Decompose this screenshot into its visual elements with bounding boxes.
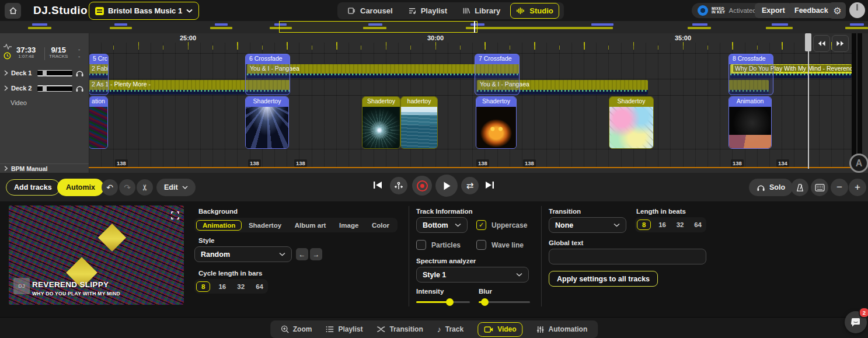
export-button[interactable]: Export [755,3,792,18]
home-button[interactable] [5,3,21,19]
shortcuts-button[interactable] [811,179,828,196]
tempo-automation-line[interactable] [89,167,852,168]
vertical-scrollbar[interactable] [852,33,862,169]
tab-playlist[interactable]: Playlist [326,325,362,333]
chevron-right-icon[interactable] [4,70,8,76]
automix-button[interactable]: Automix [57,179,104,196]
cycle-option-32[interactable]: 32 [234,281,247,292]
loop-button[interactable]: ⇄ [461,177,479,194]
metronome-button[interactable] [791,179,808,196]
timeline[interactable]: 25:00 30:00 35:00 2 Fabio You & I - Pang… [89,33,868,173]
timeline-minimap[interactable] [0,21,868,34]
global-text-input[interactable] [549,249,706,264]
skip-end-icon [484,180,495,190]
tab-track[interactable]: ♪ Track [437,325,463,334]
video-clip-shadertoy-burst[interactable]: Shadertoy [362,96,400,149]
deck2-volume-fader[interactable] [37,85,72,92]
mik-project-icon [95,7,104,15]
nav-playlist[interactable]: Playlist [403,4,453,18]
video-clip-shadertoy-tunnel[interactable]: Shadertoy [245,96,289,149]
fullscreen-icon[interactable] [171,211,179,219]
skip-start-icon [372,180,383,190]
length-option-16[interactable]: 16 [656,219,669,230]
add-tracks-button[interactable]: Add tracks [6,179,60,196]
minimap-viewport[interactable] [279,21,477,33]
bpm-manual-row[interactable]: BPM Manual [0,163,89,173]
cycle-option-16[interactable]: 16 [215,281,229,292]
style-next-button[interactable]: → [310,248,322,260]
crossfade-8[interactable]: 8 Crossfade [728,54,773,95]
deck1-volume-fader[interactable] [37,70,72,76]
length-option-64[interactable]: 64 [691,219,705,230]
settings-button[interactable]: ⚙ [829,2,846,19]
skip-to-end-button[interactable] [484,180,495,190]
zoom-out-button[interactable]: − [831,179,848,196]
tab-video-label: Video [497,325,516,333]
video-clip-shadertoy-pumpkin[interactable]: Shadertoy [476,96,517,149]
cycle-length-label: Cycle length in bars [198,270,262,277]
edit-menu-button[interactable]: Edit [156,179,196,196]
tab-video[interactable]: Video [477,322,522,337]
apply-settings-button[interactable]: Apply settings to all tracks [549,271,658,287]
redo-button[interactable]: ↷ [119,179,135,196]
avatar[interactable] [849,2,865,18]
video-preview[interactable]: DJ REVEREND SLIPPY WHY DO YOU PLAY WITH … [9,205,184,305]
video-clip-animation-1[interactable]: ation [89,96,108,149]
length-option-32[interactable]: 32 [674,219,687,230]
headphones-icon[interactable] [75,69,84,77]
particles-checkbox[interactable]: ✓ [416,240,426,250]
transition-dropdown[interactable]: None [549,217,626,233]
crossfade-6[interactable]: 6 Crossfade [245,54,290,95]
project-selector[interactable]: Bristol Bass Music 1 [89,2,199,20]
background-option-album-art[interactable]: Album art [288,220,333,231]
background-option-image[interactable]: Image [333,220,365,231]
fast-forward-icon [836,40,845,47]
playhead-handle[interactable] [805,33,811,51]
jump-back-button[interactable] [813,35,830,52]
video-clip-shadertoy-pastel[interactable]: Shadertoy [609,96,654,149]
deck1-row: Deck 1 [0,65,89,81]
video-clip-animation-2[interactable]: Animation [728,96,772,149]
blur-slider[interactable] [479,301,530,303]
nav-studio[interactable]: Studio [510,3,559,19]
nav-carousel[interactable]: Carousel [342,4,398,18]
jump-forward-button[interactable] [832,35,849,52]
mixed-in-key-badge: MIXED IN KEY Activated [692,3,762,18]
undo-button[interactable]: ↶ [102,179,118,196]
cycle-option-64[interactable]: 64 [253,281,266,292]
record-button[interactable] [412,176,432,196]
nav-library[interactable]: Library [457,4,506,18]
skip-to-start-button[interactable] [372,180,383,190]
ruler-label: 35:00 [675,34,691,41]
playhead-line[interactable] [808,33,809,169]
crossfade-7[interactable]: 7 Crossfade [475,54,520,95]
background-option-animation[interactable]: Animation [196,220,242,231]
cycle-option-8[interactable]: 8 [196,281,210,292]
tab-automation[interactable]: Automation [537,325,588,333]
uppercase-checkbox[interactable]: ✓ [476,220,486,230]
length-option-8[interactable]: 8 [637,219,651,230]
intensity-slider[interactable] [416,301,470,303]
solo-button[interactable]: Solo [749,179,793,196]
play-button[interactable] [435,175,458,197]
style-dropdown[interactable]: Random [194,246,292,262]
minimap-playhead[interactable] [474,21,475,33]
headphones-icon[interactable] [75,84,84,92]
sync-playhead-button[interactable] [390,177,407,194]
tab-zoom-label: Zoom [293,325,312,333]
video-clip-shadertoy-ocean[interactable]: hadertoy [400,96,438,149]
tab-transition[interactable]: Transition [377,325,423,333]
crossfade-5[interactable]: 5 Crc [89,54,109,95]
gear-icon: ⚙ [833,5,841,16]
tab-zoom[interactable]: Zoom [281,325,312,333]
chevron-right-icon[interactable] [4,85,8,91]
wave-line-checkbox[interactable]: ✓ [476,240,486,250]
zoom-in-button[interactable]: + [849,179,866,196]
style-prev-button[interactable]: ← [296,248,308,260]
spectrum-style-dropdown[interactable]: Style 1 [416,267,529,283]
cut-button[interactable]: ✂ [137,179,153,196]
background-option-shadertoy[interactable]: Shadertoy [242,220,288,231]
feedback-button[interactable]: Feedback [787,3,835,18]
background-option-color[interactable]: Color [365,220,396,231]
text-position-dropdown[interactable]: Bottom [416,217,468,233]
